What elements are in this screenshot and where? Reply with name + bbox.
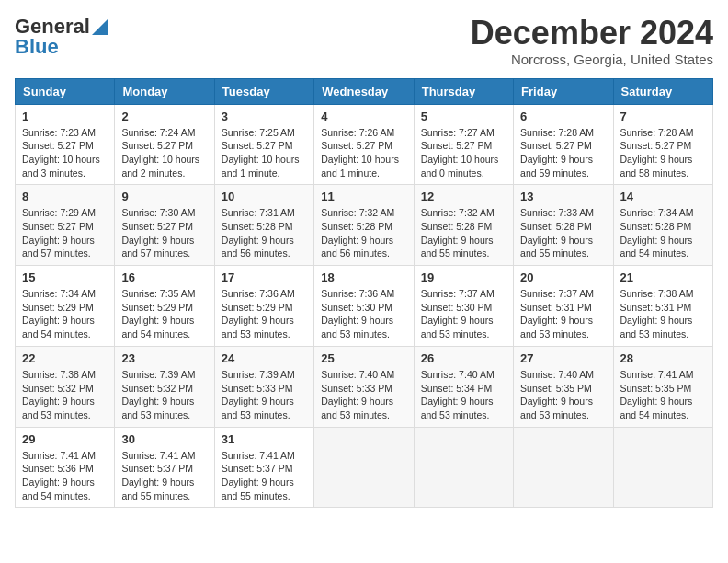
day-info: Sunrise: 7:29 AMSunset: 5:27 PMDaylight:… (22, 206, 108, 260)
day-info: Sunrise: 7:41 AMSunset: 5:35 PMDaylight:… (620, 368, 706, 422)
calendar-cell: 2Sunrise: 7:24 AMSunset: 5:27 PMDaylight… (115, 104, 214, 185)
day-number: 28 (620, 351, 706, 365)
day-info: Sunrise: 7:32 AMSunset: 5:28 PMDaylight:… (421, 206, 506, 260)
calendar-cell: 4Sunrise: 7:26 AMSunset: 5:27 PMDaylight… (314, 104, 414, 185)
logo-triangle-icon (92, 18, 108, 35)
calendar-week-1: 1Sunrise: 7:23 AMSunset: 5:27 PMDaylight… (16, 104, 713, 185)
day-number: 1 (22, 109, 108, 123)
day-number: 15 (22, 270, 108, 284)
day-number: 9 (121, 190, 207, 203)
calendar-cell: 18Sunrise: 7:36 AMSunset: 5:30 PMDayligh… (314, 266, 414, 347)
calendar-week-5: 29Sunrise: 7:41 AMSunset: 5:36 PMDayligh… (16, 427, 713, 508)
location: Norcross, Georgia, United States (471, 52, 713, 67)
calendar-cell: 11Sunrise: 7:32 AMSunset: 5:28 PMDayligh… (314, 185, 414, 266)
calendar-cell: 25Sunrise: 7:40 AMSunset: 5:33 PMDayligh… (314, 346, 414, 427)
calendar-cell: 30Sunrise: 7:41 AMSunset: 5:37 PMDayligh… (115, 427, 214, 508)
calendar-cell: 12Sunrise: 7:32 AMSunset: 5:28 PMDayligh… (414, 185, 513, 266)
calendar-cell (314, 427, 414, 508)
day-number: 24 (222, 351, 307, 365)
day-info: Sunrise: 7:32 AMSunset: 5:28 PMDaylight:… (321, 206, 406, 260)
day-info: Sunrise: 7:41 AMSunset: 5:37 PMDaylight:… (222, 449, 307, 503)
calendar-cell: 10Sunrise: 7:31 AMSunset: 5:28 PMDayligh… (214, 185, 313, 266)
day-info: Sunrise: 7:24 AMSunset: 5:27 PMDaylight:… (121, 126, 207, 180)
day-info: Sunrise: 7:31 AMSunset: 5:28 PMDaylight:… (222, 206, 307, 260)
calendar-cell: 16Sunrise: 7:35 AMSunset: 5:29 PMDayligh… (115, 266, 214, 347)
calendar-body: 1Sunrise: 7:23 AMSunset: 5:27 PMDaylight… (16, 104, 713, 508)
calendar-cell (414, 427, 513, 508)
day-info: Sunrise: 7:36 AMSunset: 5:30 PMDaylight:… (321, 287, 406, 341)
day-number: 19 (421, 270, 506, 284)
calendar-cell: 13Sunrise: 7:33 AMSunset: 5:28 PMDayligh… (514, 185, 613, 266)
day-info: Sunrise: 7:30 AMSunset: 5:27 PMDaylight:… (121, 206, 207, 260)
calendar-cell: 27Sunrise: 7:40 AMSunset: 5:35 PMDayligh… (514, 346, 613, 427)
calendar-week-2: 8Sunrise: 7:29 AMSunset: 5:27 PMDaylight… (16, 185, 713, 266)
day-number: 12 (421, 190, 506, 203)
day-number: 2 (121, 109, 207, 123)
logo: General Blue (15, 15, 108, 59)
svg-marker-0 (92, 18, 108, 35)
day-info: Sunrise: 7:37 AMSunset: 5:30 PMDaylight:… (421, 287, 506, 341)
weekday-wednesday: Wednesday (314, 78, 414, 104)
day-info: Sunrise: 7:39 AMSunset: 5:33 PMDaylight:… (222, 368, 307, 422)
day-number: 13 (520, 190, 606, 203)
day-number: 3 (222, 109, 307, 123)
day-number: 6 (520, 109, 606, 123)
calendar-week-3: 15Sunrise: 7:34 AMSunset: 5:29 PMDayligh… (16, 266, 713, 347)
header: General Blue December 2024 Norcross, Geo… (15, 15, 713, 67)
day-info: Sunrise: 7:25 AMSunset: 5:27 PMDaylight:… (222, 126, 307, 180)
calendar-cell: 14Sunrise: 7:34 AMSunset: 5:28 PMDayligh… (613, 185, 712, 266)
day-info: Sunrise: 7:28 AMSunset: 5:27 PMDaylight:… (620, 126, 706, 180)
calendar-cell: 1Sunrise: 7:23 AMSunset: 5:27 PMDaylight… (16, 104, 115, 185)
calendar-cell: 20Sunrise: 7:37 AMSunset: 5:31 PMDayligh… (514, 266, 613, 347)
day-number: 26 (421, 351, 506, 365)
calendar-cell: 22Sunrise: 7:38 AMSunset: 5:32 PMDayligh… (16, 346, 115, 427)
day-info: Sunrise: 7:35 AMSunset: 5:29 PMDaylight:… (121, 287, 207, 341)
day-info: Sunrise: 7:26 AMSunset: 5:27 PMDaylight:… (321, 126, 406, 180)
day-info: Sunrise: 7:40 AMSunset: 5:34 PMDaylight:… (421, 368, 506, 422)
calendar-cell: 5Sunrise: 7:27 AMSunset: 5:27 PMDaylight… (414, 104, 513, 185)
day-number: 14 (620, 190, 706, 203)
day-number: 16 (121, 270, 207, 284)
day-number: 11 (321, 190, 406, 203)
calendar-cell: 19Sunrise: 7:37 AMSunset: 5:30 PMDayligh… (414, 266, 513, 347)
calendar-cell: 28Sunrise: 7:41 AMSunset: 5:35 PMDayligh… (613, 346, 712, 427)
weekday-monday: Monday (115, 78, 214, 104)
day-info: Sunrise: 7:23 AMSunset: 5:27 PMDaylight:… (22, 126, 108, 180)
calendar-cell (613, 427, 712, 508)
day-number: 27 (520, 351, 606, 365)
month-title: December 2024 (471, 15, 713, 52)
day-info: Sunrise: 7:40 AMSunset: 5:35 PMDaylight:… (520, 368, 606, 422)
calendar-cell: 21Sunrise: 7:38 AMSunset: 5:31 PMDayligh… (613, 266, 712, 347)
day-number: 5 (421, 109, 506, 123)
day-info: Sunrise: 7:33 AMSunset: 5:28 PMDaylight:… (520, 206, 606, 260)
day-number: 25 (321, 351, 406, 365)
calendar-cell: 9Sunrise: 7:30 AMSunset: 5:27 PMDaylight… (115, 185, 214, 266)
day-number: 21 (620, 270, 706, 284)
day-info: Sunrise: 7:39 AMSunset: 5:32 PMDaylight:… (121, 368, 207, 422)
day-number: 8 (22, 190, 108, 203)
title-area: December 2024 Norcross, Georgia, United … (471, 15, 713, 67)
calendar-cell: 26Sunrise: 7:40 AMSunset: 5:34 PMDayligh… (414, 346, 513, 427)
calendar-cell: 15Sunrise: 7:34 AMSunset: 5:29 PMDayligh… (16, 266, 115, 347)
calendar-cell: 24Sunrise: 7:39 AMSunset: 5:33 PMDayligh… (214, 346, 313, 427)
day-info: Sunrise: 7:36 AMSunset: 5:29 PMDaylight:… (222, 287, 307, 341)
day-number: 18 (321, 270, 406, 284)
weekday-friday: Friday (514, 78, 613, 104)
day-number: 29 (22, 432, 108, 446)
weekday-tuesday: Tuesday (214, 78, 313, 104)
calendar-cell: 8Sunrise: 7:29 AMSunset: 5:27 PMDaylight… (16, 185, 115, 266)
logo-blue: Blue (15, 35, 59, 59)
weekday-thursday: Thursday (414, 78, 513, 104)
calendar-cell: 6Sunrise: 7:28 AMSunset: 5:27 PMDaylight… (514, 104, 613, 185)
day-number: 20 (520, 270, 606, 284)
calendar-table: SundayMondayTuesdayWednesdayThursdayFrid… (15, 78, 713, 509)
calendar-cell: 31Sunrise: 7:41 AMSunset: 5:37 PMDayligh… (214, 427, 313, 508)
calendar-cell: 23Sunrise: 7:39 AMSunset: 5:32 PMDayligh… (115, 346, 214, 427)
day-info: Sunrise: 7:37 AMSunset: 5:31 PMDaylight:… (520, 287, 606, 341)
weekday-saturday: Saturday (613, 78, 712, 104)
day-number: 22 (22, 351, 108, 365)
calendar-cell: 29Sunrise: 7:41 AMSunset: 5:36 PMDayligh… (16, 427, 115, 508)
calendar-cell: 17Sunrise: 7:36 AMSunset: 5:29 PMDayligh… (214, 266, 313, 347)
day-number: 31 (222, 432, 307, 446)
day-number: 7 (620, 109, 706, 123)
